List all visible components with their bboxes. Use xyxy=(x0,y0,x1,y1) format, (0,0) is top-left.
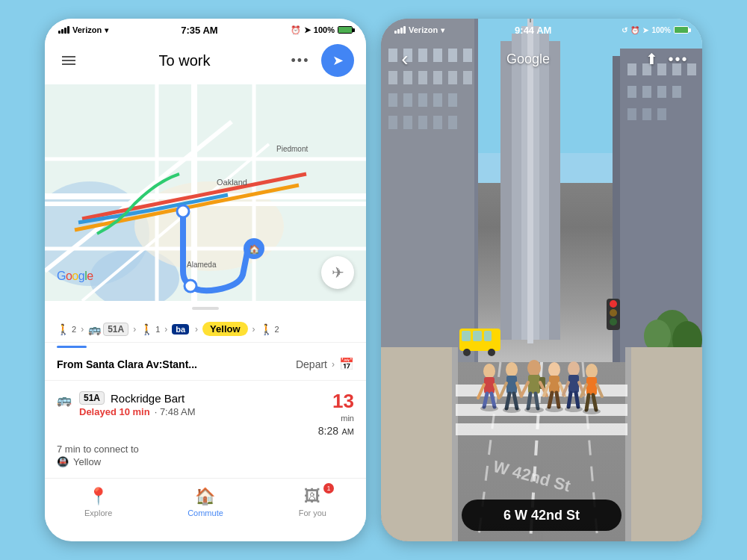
location-button[interactable]: ✈ xyxy=(321,256,354,289)
commute-icon: 🏠 xyxy=(195,487,215,506)
svg-rect-45 xyxy=(448,116,457,129)
left-status-right: ⏰ ➤ 100% xyxy=(291,25,353,35)
back-button[interactable]: ‹ xyxy=(391,46,418,72)
chevron-3: › xyxy=(164,324,167,335)
directions-button[interactable]: ➤ xyxy=(321,44,354,77)
left-phone: Verizon ▾ 7:35 AM ⏰ ➤ 100% To work ••• ➤ xyxy=(45,19,366,541)
map-view[interactable]: 🏠 Oakland Piedmont Alameda Google ✈ xyxy=(45,84,366,301)
more-button-right[interactable]: ••• xyxy=(665,46,692,72)
bus-step: 🚌 51A xyxy=(88,323,128,336)
nav-commute[interactable]: 🏠 Commute xyxy=(152,479,258,526)
svg-text:🏠: 🏠 xyxy=(249,243,260,255)
chevron-5: › xyxy=(252,324,255,335)
svg-rect-62 xyxy=(627,108,636,120)
wifi-icon: ▾ xyxy=(105,26,108,34)
directions-icon: ➤ xyxy=(332,52,344,69)
explore-icon: 📍 xyxy=(88,487,108,506)
svg-line-128 xyxy=(586,395,589,410)
alarm-icon-right: ⏰ xyxy=(630,26,639,34)
svg-rect-113 xyxy=(549,376,560,393)
svg-rect-43 xyxy=(418,116,427,129)
foryou-icon: 🖼 xyxy=(304,487,320,506)
route-name-row: 51A Rockridge Bart xyxy=(79,391,311,405)
battery-icon-left xyxy=(338,26,353,34)
svg-rect-78 xyxy=(452,347,458,541)
chevron-4: › xyxy=(195,324,198,335)
nav-explore[interactable]: 📍 Explore xyxy=(45,479,152,526)
svg-rect-58 xyxy=(627,86,636,98)
bus-icon-detail: 🚌 xyxy=(57,393,72,407)
svg-rect-106 xyxy=(528,375,540,393)
svg-point-93 xyxy=(483,364,495,379)
walk-icon-1: 🚶 xyxy=(57,323,69,335)
subway-icon: 🚇 xyxy=(57,456,69,467)
svg-rect-85 xyxy=(456,423,627,435)
svg-rect-59 xyxy=(642,86,651,98)
svg-text:6 W 42nd St: 6 W 42nd St xyxy=(503,508,580,523)
svg-rect-36 xyxy=(388,93,397,107)
signal-icon xyxy=(58,26,69,34)
compass-icon: ✈ xyxy=(332,264,344,281)
connect-line: Yellow xyxy=(73,456,101,467)
svg-point-91 xyxy=(463,349,471,356)
svg-point-118 xyxy=(568,361,580,376)
svg-point-133 xyxy=(545,406,563,412)
route-info: 51A Rockridge Bart Delayed 10 min · 7:48… xyxy=(79,391,311,417)
time-info: 13 min 8:28 AM xyxy=(318,391,354,438)
svg-point-72 xyxy=(610,309,617,317)
chevron-depart: › xyxy=(332,359,335,370)
left-status-bar: Verizon ▾ 7:35 AM ⏰ ➤ 100% xyxy=(45,19,366,40)
svg-text:Oakland: Oakland xyxy=(217,178,247,187)
share-button[interactable]: ⬆ xyxy=(638,46,665,72)
bus-icon-transit: 🚌 xyxy=(88,323,101,335)
foryou-badge: 1 xyxy=(323,483,334,494)
svg-point-130 xyxy=(480,405,498,411)
map-svg: 🏠 Oakland Piedmont Alameda xyxy=(45,84,366,301)
hamburger-icon xyxy=(62,56,75,65)
left-header: To work ••• ➤ xyxy=(45,40,366,84)
chevron-2: › xyxy=(133,324,136,335)
arrive-am: AM xyxy=(342,427,355,436)
right-phone: Verizon ▾ 9:44 AM ↺ ⏰ ➤ 100% ‹ Google ⬆ xyxy=(381,19,702,541)
connect-row: 7 min to connect to xyxy=(57,444,354,455)
left-status-left: Verizon ▾ xyxy=(58,25,108,34)
connect-text: 7 min to connect to xyxy=(57,444,139,455)
drag-handle[interactable] xyxy=(192,307,219,310)
svg-rect-89 xyxy=(473,331,482,341)
svg-line-110 xyxy=(528,393,530,408)
delay-row: Delayed 10 min · 7:48 AM xyxy=(79,406,311,417)
svg-text:Piedmont: Piedmont xyxy=(276,145,308,153)
carrier-right: Verizon xyxy=(409,25,438,34)
svg-point-13 xyxy=(177,205,189,217)
time-left: 7:35 AM xyxy=(181,25,217,36)
svg-point-112 xyxy=(548,362,560,377)
calendar-icon[interactable]: 📅 xyxy=(339,357,354,371)
streetview-svg: W 42nd St xyxy=(381,19,702,541)
walk-icon-3: 🚶 xyxy=(260,323,273,335)
carrier-left: Verizon xyxy=(72,25,102,34)
right-status-right: ↺ ⏰ ➤ 100% xyxy=(622,26,689,34)
menu-button[interactable] xyxy=(57,49,81,72)
walk-icon-2: 🚶 xyxy=(140,323,153,335)
svg-rect-119 xyxy=(568,375,579,393)
battery-pct-left: 100% xyxy=(314,25,335,34)
svg-rect-100 xyxy=(506,376,517,393)
svg-rect-88 xyxy=(462,331,471,341)
location-icon-right: ➤ xyxy=(642,26,648,34)
transit-selector: 🚶 2 › 🚌 51A › 🚶 1 › ba › Yellow › 🚶 2 xyxy=(45,316,366,343)
svg-rect-61 xyxy=(672,86,681,98)
header-icons: ••• ➤ xyxy=(288,44,354,77)
right-header: ‹ Google ⬆ ••• xyxy=(381,40,702,78)
more-button[interactable]: ••• xyxy=(288,49,312,72)
depart-row[interactable]: From Santa Clara Av:Stant... Depart › 📅 xyxy=(45,348,366,381)
walk-step-2: 🚶 1 xyxy=(140,323,160,335)
svg-point-135 xyxy=(583,408,601,414)
time-right: 9:44 AM xyxy=(515,25,551,36)
bart-badge: ba xyxy=(172,324,189,335)
right-status-bar: Verizon ▾ 9:44 AM ↺ ⏰ ➤ 100% xyxy=(381,19,702,40)
svg-point-131 xyxy=(503,407,521,413)
svg-rect-76 xyxy=(381,347,456,541)
google-logo: Google xyxy=(57,270,93,283)
walk-step-3: 🚶 2 xyxy=(260,323,279,335)
nav-foryou[interactable]: 🖼 For you 1 xyxy=(259,479,366,526)
